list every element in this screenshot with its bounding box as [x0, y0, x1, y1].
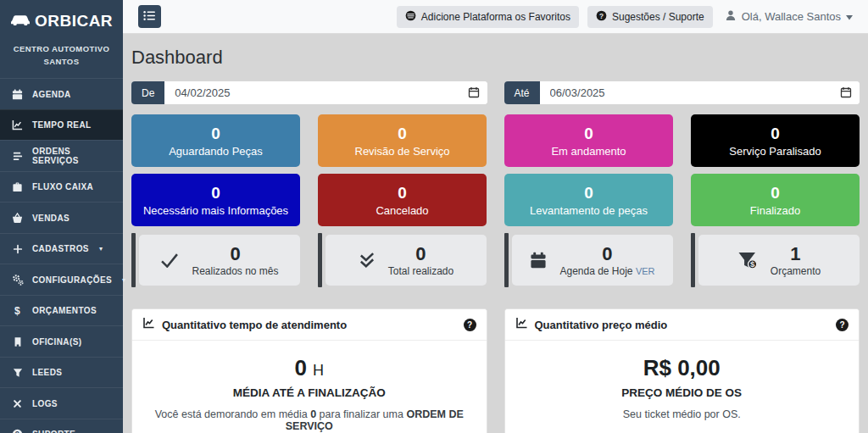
sidebar-item-tempo-real[interactable]: TEMPO REAL	[0, 109, 123, 141]
summary-stats-grid: 0 Realizados no mês 0 Total realizado	[131, 233, 860, 287]
date-to-label: Até	[504, 81, 540, 104]
calendar-icon	[11, 89, 24, 100]
main-area: Adicione Plataforma os Favoritos ? Suges…	[123, 0, 868, 433]
svg-text:$: $	[750, 259, 755, 269]
date-from-label: De	[131, 81, 164, 104]
gears-icon	[11, 274, 24, 286]
suggestions-support-button[interactable]: ? Sugestões / Suporte	[587, 6, 713, 28]
sidebar-item-oficinas[interactable]: OFICINA(S)	[0, 325, 123, 357]
stat-card-agenda-hoje[interactable]: 0 Agenda de Hoje VER	[504, 233, 673, 287]
status-card-aguardando-pecas[interactable]: 0 Aguardando Peças	[131, 114, 300, 167]
suggestions-support-label: Sugestões / Suporte	[612, 11, 704, 23]
dashboard-content: Dashboard De Até	[123, 34, 868, 433]
stat-card-orcamento[interactable]: $ 1 Orçamento	[691, 233, 860, 287]
chart-line-icon	[515, 317, 528, 332]
status-card-levantamento-pecas[interactable]: 0 Levantamento de peças	[504, 174, 673, 226]
building-icon	[11, 336, 24, 347]
app-window: ORBICAR CENTRO AUTOMOTIVO SANTOS AGENDA …	[0, 0, 868, 433]
panel-value: 0 H	[141, 355, 478, 381]
svg-text:$: $	[14, 305, 20, 316]
date-from-input[interactable]	[164, 81, 487, 104]
sidebar-item-label: TEMPO REAL	[32, 120, 92, 130]
sidebar-item-configuracoes[interactable]: CONFIGURAÇÕES ▾	[0, 264, 123, 295]
panels-grid: Quantitativo tempo de atendimento ? 0 H …	[131, 308, 860, 433]
funnel-dollar-icon: $	[737, 250, 758, 270]
panel-value: R$ 0,00	[514, 355, 851, 381]
calendar-picker-icon[interactable]	[468, 86, 480, 102]
status-card-finalizado[interactable]: 0 Finalizado	[691, 174, 860, 226]
sidebar-item-ordens-servicos[interactable]: ORDENS SERVIÇOS	[0, 140, 123, 171]
brand-logo[interactable]: ORBICAR	[0, 0, 123, 34]
stat-accent-bar	[504, 233, 509, 287]
date-to-input[interactable]	[540, 81, 860, 104]
plus-icon	[11, 244, 24, 254]
panel-title: Quantitativo preço médio	[535, 319, 668, 331]
sidebar-item-label: LEEDS	[32, 368, 62, 377]
favorites-icon	[405, 10, 416, 24]
sidebar-item-label: AGENDA	[32, 90, 71, 99]
help-icon[interactable]: ?	[464, 319, 476, 331]
funnel-icon	[11, 368, 24, 378]
svg-text:?: ?	[599, 11, 604, 19]
add-favorites-label: Adicione Plataforma os Favoritos	[421, 11, 570, 23]
caret-down-icon: ▾	[99, 245, 103, 253]
status-card-em-andamento[interactable]: 0 Em andamento	[504, 114, 673, 167]
user-menu[interactable]: Olá, Wallace Santos	[721, 9, 856, 24]
status-card-necessario-informacoes[interactable]: 0 Necessário mais Informações	[131, 174, 300, 226]
user-icon	[725, 9, 737, 24]
sidebar-item-label: FLUXO CAIXA	[32, 182, 93, 192]
question-circle-icon: ?	[596, 10, 607, 24]
sidebar-item-suporte[interactable]: ? SUPORTE	[0, 419, 123, 433]
topbar-actions: Adicione Plataforma os Favoritos ? Suges…	[397, 6, 856, 28]
stat-card-realizados-mes[interactable]: 0 Realizados no mês	[131, 233, 300, 287]
question-icon: ?	[11, 429, 24, 433]
sidebar-item-label: LOGS	[32, 399, 58, 408]
calendar-icon	[530, 252, 547, 269]
sidebar-item-label: OFICINA(S)	[32, 337, 81, 347]
stat-accent-bar	[691, 233, 695, 287]
sidebar-item-cadastros[interactable]: CADASTROS ▾	[0, 233, 123, 264]
menu-toggle-button[interactable]	[138, 5, 161, 28]
status-card-servico-paralisado[interactable]: 0 Serviço Paralisado	[691, 114, 860, 167]
sidebar-item-logs[interactable]: LOGS	[0, 387, 123, 419]
sidebar-item-label: ORÇAMENTOS	[32, 306, 97, 315]
stat-card-total-realizado[interactable]: 0 Total realizado	[318, 233, 487, 287]
calendar-picker-icon[interactable]	[840, 86, 852, 102]
panel-title: Quantitativo tempo de atendimento	[162, 319, 347, 331]
stat-accent-bar	[131, 233, 136, 287]
sidebar-nav: AGENDA TEMPO REAL ORDENS SERVIÇOS FLUXO …	[0, 78, 123, 433]
car-icon	[10, 14, 31, 29]
add-favorites-button[interactable]: Adicione Plataforma os Favoritos	[397, 6, 579, 28]
dollar-icon: $	[11, 305, 24, 316]
chart-line-icon	[11, 119, 24, 130]
sidebar-item-fluxo-caixa[interactable]: FLUXO CAIXA	[0, 171, 123, 203]
double-check-icon	[359, 252, 376, 269]
sidebar-item-agenda[interactable]: AGENDA	[0, 78, 123, 109]
status-card-revisao-servico[interactable]: 0 Revisão de Serviço	[318, 114, 487, 167]
panel-tempo-atendimento: Quantitativo tempo de atendimento ? 0 H …	[131, 308, 487, 433]
ver-link[interactable]: VER	[636, 266, 655, 276]
date-from-group: De	[131, 81, 487, 104]
panel-description: Seu ticket médio por OS.	[514, 408, 851, 420]
sidebar-item-orcamentos[interactable]: $ ORÇAMENTOS	[0, 295, 123, 326]
briefcase-icon	[11, 181, 24, 192]
sidebar-item-label: CADASTROS	[32, 244, 89, 253]
panel-subtitle: MÉDIA ATÉ A FINALIZAÇÃO	[141, 386, 478, 399]
help-icon[interactable]: ?	[836, 319, 849, 331]
check-icon	[160, 253, 179, 268]
date-to-group: Até	[504, 81, 860, 104]
date-filter-row: De Até	[131, 81, 860, 104]
list-ul-icon	[143, 10, 156, 24]
brand-subtitle: CENTRO AUTOMOTIVO SANTOS	[0, 34, 123, 78]
caret-down-icon	[846, 10, 853, 23]
sidebar-item-leeds[interactable]: LEEDS	[0, 357, 123, 388]
status-card-cancelado[interactable]: 0 Cancelado	[318, 174, 487, 226]
sidebar-item-label: CONFIGURAÇÕES	[32, 275, 112, 285]
stat-accent-bar	[318, 233, 322, 287]
sidebar-item-vendas[interactable]: VENDAS	[0, 202, 123, 233]
chart-line-icon	[142, 317, 155, 332]
panel-preco-medio: Quantitativo preço médio ? R$ 0,00 PREÇO…	[504, 308, 860, 433]
brand-name: ORBICAR	[35, 12, 113, 31]
topbar: Adicione Plataforma os Favoritos ? Suges…	[123, 0, 868, 34]
user-greeting: Olá, Wallace Santos	[742, 10, 841, 23]
